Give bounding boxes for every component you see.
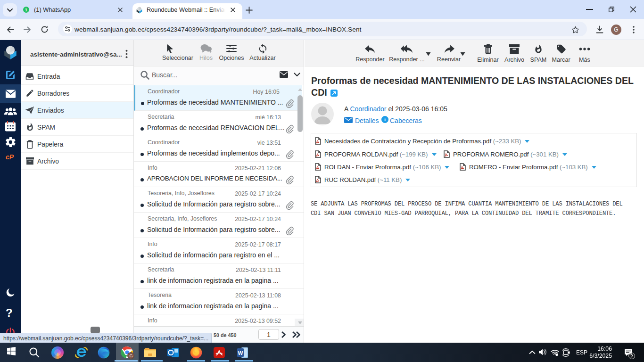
svg-text:W: W <box>238 350 243 356</box>
